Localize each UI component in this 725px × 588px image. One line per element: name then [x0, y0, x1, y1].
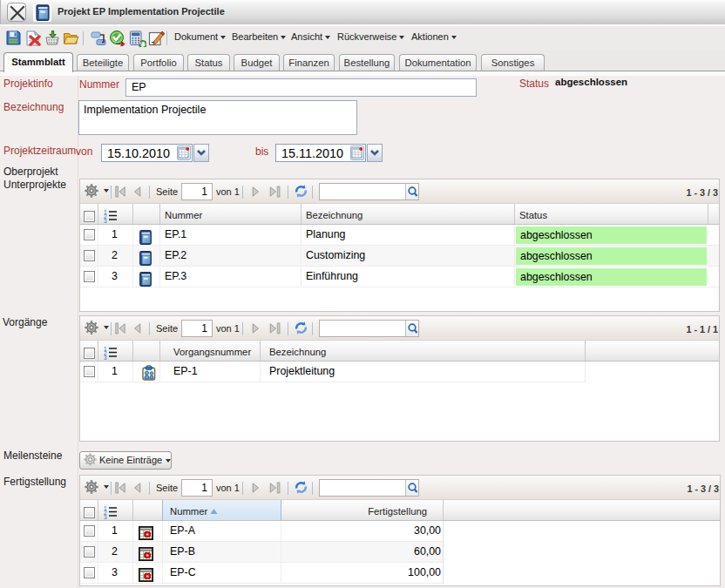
svg-text:3: 3 [104, 355, 107, 361]
svg-text:3: 3 [104, 514, 107, 520]
svg-text:3: 3 [104, 218, 107, 224]
